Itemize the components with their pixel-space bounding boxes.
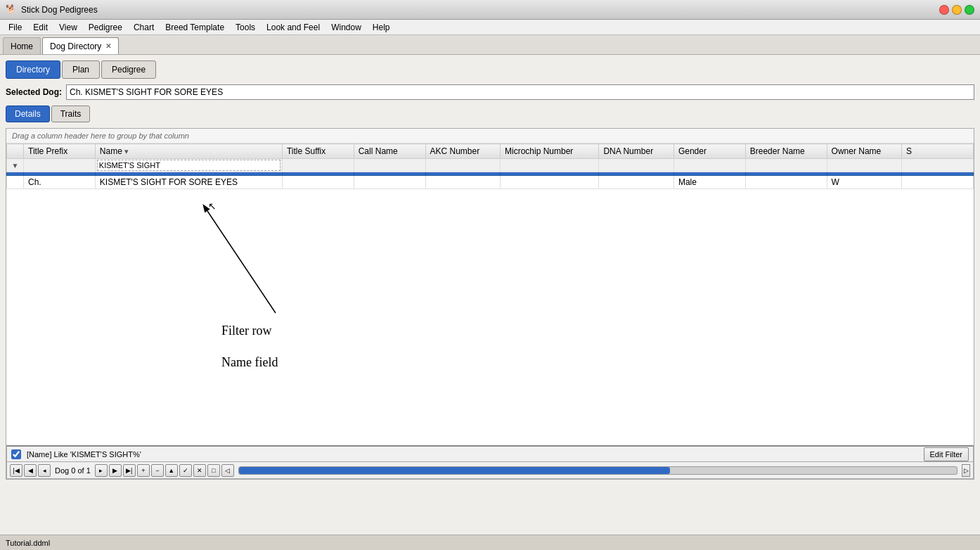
filter-gender bbox=[673, 159, 745, 172]
nav-scrollbar-thumb bbox=[239, 467, 670, 474]
tab-home[interactable]: Home bbox=[3, 37, 41, 54]
nav-right[interactable]: ▷ bbox=[962, 464, 970, 477]
row2-name: KISMET'S SIGHT FOR SORE EYES bbox=[95, 176, 282, 189]
menu-edit[interactable]: Edit bbox=[27, 21, 53, 34]
selected-dog-row: Selected Dog: Ch. KISMET'S SIGHT FOR SOR… bbox=[6, 84, 974, 100]
filter-dna bbox=[599, 159, 674, 172]
row2-title-suffix bbox=[282, 176, 354, 189]
nav-prev-page[interactable]: ◀ bbox=[24, 464, 37, 477]
title-bar: 🐕 Stick Dog Pedigrees bbox=[0, 0, 980, 20]
nav-cancel[interactable]: ✕ bbox=[193, 464, 206, 477]
nav-label: Dog 0 of 1 bbox=[52, 466, 94, 475]
menu-view[interactable]: View bbox=[53, 21, 83, 34]
nav-next[interactable]: ▸ bbox=[95, 464, 108, 477]
close-button[interactable] bbox=[939, 5, 949, 15]
filter-title-prefix bbox=[24, 159, 96, 172]
tab-dog-directory-close[interactable]: ✕ bbox=[105, 42, 111, 50]
nav-prev[interactable]: ◂ bbox=[38, 464, 51, 477]
col-microchip-number[interactable]: Microchip Number bbox=[501, 144, 599, 159]
status-text: Tutorial.ddml bbox=[6, 539, 50, 547]
row2-akc bbox=[425, 176, 501, 189]
menu-help[interactable]: Help bbox=[367, 21, 396, 34]
nav-bar: |◀ ◀ ◂ Dog 0 of 1 ▸ ▶ ▶| + − ▲ ✓ ✕ □ ◁ ▷ bbox=[6, 462, 974, 479]
sub-tab-plan[interactable]: Plan bbox=[62, 60, 100, 79]
nav-up[interactable]: ▲ bbox=[165, 464, 178, 477]
filter-name-input[interactable] bbox=[97, 160, 281, 171]
window-controls bbox=[939, 5, 974, 15]
col-title-suffix[interactable]: Title Suffix bbox=[282, 144, 354, 159]
table-row[interactable]: Ch. KISMET'S SIGHT FOR SORE EYES Male W bbox=[7, 176, 974, 189]
menu-breed-template[interactable]: Breed Template bbox=[160, 21, 230, 34]
menu-pedigree[interactable]: Pedigree bbox=[83, 21, 128, 34]
menu-look-and-feel[interactable]: Look and Feel bbox=[261, 21, 325, 34]
selected-dog-label: Selected Dog: bbox=[6, 87, 62, 97]
title-bar-text: Stick Dog Pedigrees bbox=[21, 5, 939, 15]
footer-filter: [Name] Like 'KISMET'S SIGHT%' Edit Filte… bbox=[6, 445, 974, 462]
row2-dna bbox=[599, 176, 674, 189]
menu-bar: File Edit View Pedigree Chart Breed Temp… bbox=[0, 20, 980, 35]
nav-square[interactable]: □ bbox=[207, 464, 220, 477]
detail-tab-details[interactable]: Details bbox=[6, 105, 50, 122]
row2-gender: Male bbox=[673, 176, 745, 189]
row2-indicator bbox=[7, 176, 24, 189]
nav-check[interactable]: ✓ bbox=[179, 464, 192, 477]
filter-akc bbox=[425, 159, 501, 172]
filter-microchip bbox=[501, 159, 599, 172]
row2-s bbox=[902, 176, 974, 189]
col-gender[interactable]: Gender bbox=[673, 144, 745, 159]
nav-scrollbar[interactable] bbox=[238, 466, 958, 475]
col-name[interactable]: Name ▾ bbox=[95, 144, 282, 159]
menu-chart[interactable]: Chart bbox=[128, 21, 160, 34]
row2-owner: W bbox=[827, 176, 902, 189]
filter-row: ▼ bbox=[7, 159, 974, 172]
tab-home-label: Home bbox=[11, 41, 33, 51]
filter-title-suffix bbox=[282, 159, 354, 172]
col-title-prefix[interactable]: Title Prefix bbox=[24, 144, 96, 159]
tab-dog-directory[interactable]: Dog Directory ✕ bbox=[42, 37, 119, 54]
col-dna-number[interactable]: DNA Number bbox=[599, 144, 674, 159]
col-breeder-name[interactable]: Breeder Name bbox=[745, 144, 827, 159]
sub-tab-bar: Directory Plan Pedigree bbox=[6, 60, 974, 79]
nav-minus[interactable]: − bbox=[151, 464, 164, 477]
col-owner-name[interactable]: Owner Name bbox=[827, 144, 902, 159]
filter-funnel-icon: ▾ bbox=[124, 147, 129, 155]
filter-display-text: [Name] Like 'KISMET'S SIGHT%' bbox=[27, 450, 918, 459]
detail-tab-traits[interactable]: Traits bbox=[51, 105, 91, 122]
nav-left-arrow[interactable]: ◁ bbox=[221, 464, 234, 477]
table-scroll[interactable]: Title Prefix Name ▾ Title Suffix Call Na… bbox=[6, 143, 974, 445]
col-akc-number[interactable]: AKC Number bbox=[425, 144, 501, 159]
col-s[interactable]: S bbox=[902, 144, 974, 159]
row2-microchip bbox=[501, 176, 599, 189]
data-table: Title Prefix Name ▾ Title Suffix Call Na… bbox=[6, 143, 974, 189]
sub-tab-pedigree[interactable]: Pedigree bbox=[101, 60, 156, 79]
selected-dog-value: Ch. KISMET'S SIGHT FOR SORE EYES bbox=[66, 84, 974, 100]
minimize-button[interactable] bbox=[952, 5, 962, 15]
drag-hint: Drag a column header here to group by th… bbox=[6, 129, 974, 143]
filter-breeder bbox=[745, 159, 827, 172]
nav-next-page[interactable]: ▶ bbox=[109, 464, 122, 477]
menu-window[interactable]: Window bbox=[325, 21, 367, 34]
tab-dog-directory-label: Dog Directory bbox=[50, 41, 101, 51]
menu-tools[interactable]: Tools bbox=[230, 21, 261, 34]
filter-name-cell[interactable] bbox=[95, 159, 282, 172]
detail-tab-bar: Details Traits bbox=[6, 105, 974, 122]
filter-checkbox[interactable] bbox=[11, 449, 21, 459]
row2-breeder bbox=[745, 176, 827, 189]
nav-last[interactable]: ▶| bbox=[123, 464, 136, 477]
nav-first[interactable]: |◀ bbox=[10, 464, 22, 477]
row2-call-name bbox=[354, 176, 425, 189]
edit-filter-button[interactable]: Edit Filter bbox=[924, 447, 969, 461]
sub-tab-directory[interactable]: Directory bbox=[6, 60, 60, 79]
filter-call-name bbox=[354, 159, 425, 172]
main-content: Directory Plan Pedigree Selected Dog: Ch… bbox=[0, 55, 980, 535]
table-header-row: Title Prefix Name ▾ Title Suffix Call Na… bbox=[7, 144, 974, 159]
maximize-button[interactable] bbox=[965, 5, 974, 15]
filter-row-indicator: ▼ bbox=[7, 159, 24, 172]
filter-owner bbox=[827, 159, 902, 172]
filter-s bbox=[902, 159, 974, 172]
filter-icon: ▼ bbox=[12, 162, 19, 170]
menu-file[interactable]: File bbox=[3, 21, 27, 34]
col-call-name[interactable]: Call Name bbox=[354, 144, 425, 159]
tab-bar: Home Dog Directory ✕ bbox=[0, 35, 980, 55]
nav-add[interactable]: + bbox=[137, 464, 150, 477]
